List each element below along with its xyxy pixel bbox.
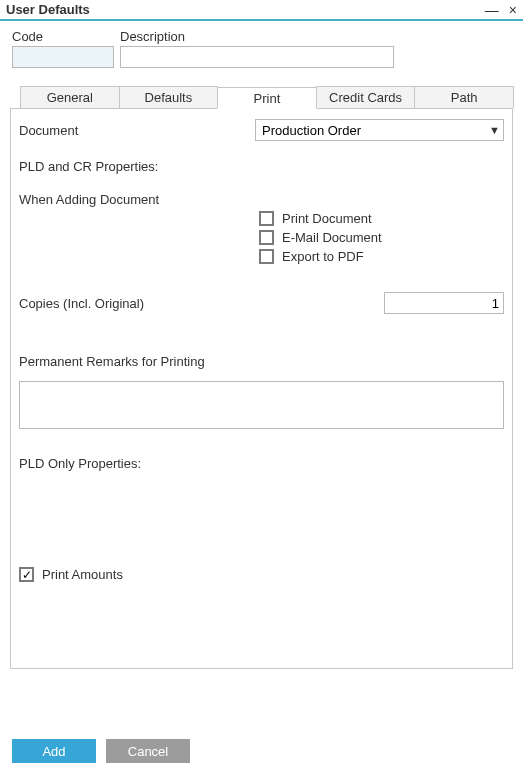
document-select[interactable]: Production Order xyxy=(255,119,504,141)
code-field-group: Code xyxy=(12,29,114,68)
copies-input[interactable] xyxy=(384,292,504,314)
copies-label: Copies (Incl. Original) xyxy=(19,296,144,311)
email-document-row: E-Mail Document xyxy=(259,230,504,245)
close-icon[interactable]: × xyxy=(509,3,517,17)
minimize-icon[interactable]: — xyxy=(485,3,499,17)
print-amounts-row: Print Amounts xyxy=(19,567,504,582)
tab-panel-print: Document Production Order ▼ PLD and CR P… xyxy=(10,109,513,669)
tab-defaults[interactable]: Defaults xyxy=(119,86,219,108)
document-row: Document Production Order ▼ xyxy=(19,119,504,141)
export-pdf-label: Export to PDF xyxy=(282,249,364,264)
cancel-button[interactable]: Cancel xyxy=(106,739,190,763)
export-pdf-checkbox[interactable] xyxy=(259,249,274,264)
tab-path[interactable]: Path xyxy=(414,86,514,108)
window-title: User Defaults xyxy=(6,2,90,17)
add-button[interactable]: Add xyxy=(12,739,96,763)
tab-credit-cards[interactable]: Credit Cards xyxy=(316,86,416,108)
tab-bar: General Defaults Print Credit Cards Path xyxy=(10,86,513,109)
code-label: Code xyxy=(12,29,114,44)
title-bar: User Defaults — × xyxy=(0,0,523,21)
description-field-group: Description xyxy=(120,29,394,68)
pld-only-properties-header: PLD Only Properties: xyxy=(19,456,504,471)
pld-cr-properties-header: PLD and CR Properties: xyxy=(19,159,504,174)
print-document-label: Print Document xyxy=(282,211,372,226)
remarks-label: Permanent Remarks for Printing xyxy=(19,354,504,369)
when-adding-document-label: When Adding Document xyxy=(19,192,504,207)
document-label: Document xyxy=(19,123,255,138)
window-buttons: — × xyxy=(485,3,517,17)
header-fields: Code Description xyxy=(0,21,523,74)
tab-general[interactable]: General xyxy=(20,86,120,108)
description-label: Description xyxy=(120,29,394,44)
remarks-section: Permanent Remarks for Printing xyxy=(19,354,504,432)
remarks-textarea[interactable] xyxy=(19,381,504,429)
export-pdf-row: Export to PDF xyxy=(259,249,504,264)
tab-print[interactable]: Print xyxy=(217,87,317,109)
description-input[interactable] xyxy=(120,46,394,68)
print-amounts-checkbox[interactable] xyxy=(19,567,34,582)
email-document-label: E-Mail Document xyxy=(282,230,382,245)
print-amounts-label: Print Amounts xyxy=(42,567,123,582)
footer-buttons: Add Cancel xyxy=(12,739,190,763)
print-document-checkbox[interactable] xyxy=(259,211,274,226)
code-input[interactable] xyxy=(12,46,114,68)
print-document-row: Print Document xyxy=(259,211,504,226)
copies-row: Copies (Incl. Original) xyxy=(19,292,504,314)
email-document-checkbox[interactable] xyxy=(259,230,274,245)
